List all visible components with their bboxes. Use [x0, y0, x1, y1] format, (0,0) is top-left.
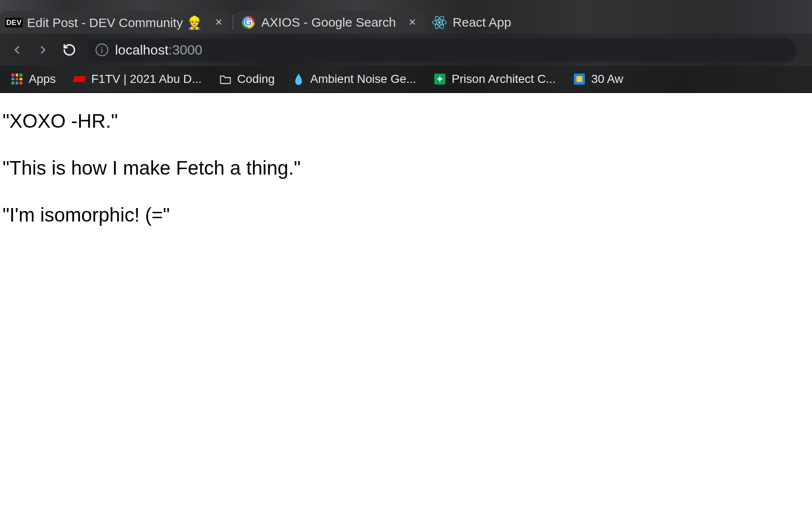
tab-strip: DEV Edit Post - DEV Community 👷 ✕ G AXIO… — [0, 0, 812, 34]
bookmark-label: 30 Aw — [591, 72, 623, 86]
bookmark-prison-architect[interactable]: + Prison Architect C... — [434, 72, 556, 86]
apps-grid-icon — [11, 73, 23, 85]
url-text: localhost:3000 — [115, 42, 202, 58]
forward-button[interactable] — [34, 41, 52, 59]
bookmark-30-aw[interactable]: 30 Aw — [573, 72, 623, 86]
reload-button[interactable] — [60, 41, 79, 59]
site-info-icon[interactable]: i — [96, 44, 108, 56]
tab-google-search[interactable]: G AXIOS - Google Search ✕ — [234, 11, 426, 34]
tab-label: AXIOS - Google Search — [261, 15, 396, 30]
content-line: "XOXO -HR." — [3, 110, 812, 132]
plus-square-icon: + — [434, 73, 446, 85]
tab-label: React App — [453, 15, 511, 30]
bookmark-label: Ambient Noise Ge... — [310, 72, 417, 86]
browser-toolbar: i localhost:3000 — [0, 34, 812, 66]
f1-icon — [74, 73, 85, 85]
close-tab-button[interactable]: ✕ — [407, 17, 418, 28]
google-favicon-icon: G — [241, 15, 255, 30]
bookmark-f1tv[interactable]: F1TV | 2021 Abu D... — [74, 72, 202, 86]
react-favicon-icon — [432, 15, 447, 30]
square-icon — [573, 73, 585, 85]
bookmark-ambient-noise[interactable]: Ambient Noise Ge... — [293, 72, 417, 86]
folder-icon — [219, 73, 231, 85]
bookmark-label: Apps — [29, 72, 56, 86]
bookmark-label: F1TV | 2021 Abu D... — [91, 72, 202, 86]
content-line: "This is how I make Fetch a thing." — [3, 157, 812, 179]
bookmark-apps[interactable]: Apps — [11, 72, 56, 86]
tab-edit-post[interactable]: DEV Edit Post - DEV Community 👷 ✕ — [0, 11, 232, 34]
address-bar[interactable]: i localhost:3000 — [86, 38, 797, 62]
dev-favicon-icon: DEV — [7, 15, 21, 30]
bookmark-coding-folder[interactable]: Coding — [219, 72, 275, 86]
tab-label: Edit Post - DEV Community 👷 — [27, 15, 202, 30]
bookmark-label: Coding — [237, 72, 275, 86]
bookmarks-bar: Apps F1TV | 2021 Abu D... Coding Ambient… — [0, 66, 812, 93]
tab-react-app[interactable]: React App — [425, 11, 518, 34]
tab-separator — [233, 15, 233, 30]
svg-point-0 — [438, 21, 441, 24]
content-line: "I'm isomorphic! (=" — [3, 204, 812, 226]
back-button[interactable] — [8, 41, 26, 59]
droplet-icon — [293, 73, 304, 85]
bookmark-label: Prison Architect C... — [452, 72, 556, 86]
page-content: "XOXO -HR." "This is how I make Fetch a … — [0, 93, 812, 526]
close-tab-button[interactable]: ✕ — [213, 17, 224, 28]
